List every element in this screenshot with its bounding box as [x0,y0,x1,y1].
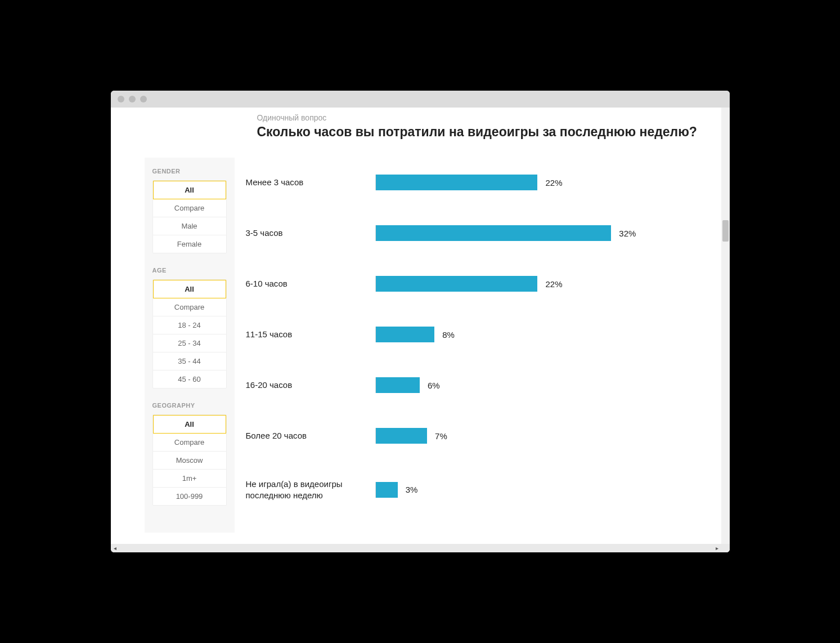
chart-bar-track: 32% [375,225,707,241]
question-title: Сколько часов вы потратили на видеоигры … [257,124,707,140]
filter-sidebar: GENDERAllCompareMaleFemaleAGEAllCompare1… [145,158,235,533]
chart-bar [376,175,538,190]
window-titlebar [111,91,730,108]
filter-item[interactable]: Moscow [153,452,226,470]
filter-item[interactable]: Compare [153,434,226,452]
chart-category-label: 16-20 часов [246,379,375,391]
filter-group-label: GEOGRAPHY [152,402,227,409]
chart-bar-track: 6% [375,377,707,393]
vertical-scrollbar-thumb[interactable] [722,220,729,242]
chart-value-label: 32% [619,229,636,238]
chart-value-label: 6% [428,381,440,390]
filter-item[interactable]: 25 - 34 [153,334,226,352]
chart-row: Более 20 часов7% [246,428,707,444]
filter-item[interactable]: All [152,279,227,299]
chart-bar [376,482,398,498]
filter-group: GEOGRAPHYAllCompareMoscow1m+100-999 [152,402,227,506]
chart-category-label: Менее 3 часов [246,177,375,188]
chart-bar-track: 3% [375,482,707,498]
filter-item[interactable]: Female [153,235,226,253]
window-minimize-icon[interactable] [129,96,136,102]
filter-item[interactable]: 100-999 [153,488,226,505]
window-zoom-icon[interactable] [140,96,147,102]
filter-item[interactable]: 45 - 60 [153,370,226,388]
filter-item[interactable]: All [152,414,227,434]
filter-list: AllCompareMaleFemale [152,180,227,253]
chart-bar [376,428,428,444]
chart-row: Менее 3 часов22% [246,175,707,190]
scroll-left-icon[interactable]: ◂ [111,544,119,552]
filter-item[interactable]: 35 - 44 [153,352,226,370]
chart-row: 6-10 часов22% [246,276,707,292]
filter-group: GENDERAllCompareMaleFemale [152,168,227,253]
filter-item[interactable]: Compare [153,199,226,217]
chart-row: 3-5 часов32% [246,225,707,241]
chart-bar-track: 22% [375,175,707,190]
filter-group-label: AGE [152,267,227,274]
chart-category-label: Более 20 часов [246,430,375,441]
chart-bar-track: 22% [375,276,707,292]
chart-bar-track: 8% [375,327,707,342]
bar-chart: Менее 3 часов22%3-5 часов32%6-10 часов22… [246,158,707,506]
scroll-right-icon[interactable]: ▸ [713,544,721,552]
chart-category-label: 3-5 часов [246,227,375,239]
filter-item[interactable]: 18 - 24 [153,316,226,334]
window-close-icon[interactable] [118,96,124,102]
filter-item[interactable]: Male [153,217,226,235]
chart-bar [376,276,538,292]
chart-category-label: 11-15 часов [246,329,375,340]
chart-value-label: 8% [442,330,455,340]
filter-list: AllCompare18 - 2425 - 3435 - 4445 - 60 [152,279,227,389]
chart-row: 16-20 часов6% [246,377,707,393]
chart-value-label: 3% [406,485,418,494]
chart-value-label: 22% [545,279,562,289]
question-type-label: Одиночный вопрос [257,113,707,122]
chart-value-label: 7% [435,431,447,441]
vertical-scrollbar[interactable] [721,108,730,544]
chart-bar [376,225,612,241]
filter-item[interactable]: All [152,180,227,200]
main-row: GENDERAllCompareMaleFemaleAGEAllCompare1… [145,158,707,533]
chart-category-label: Не играл(а) в видеоигры последнюю неделю [246,479,375,501]
chart-bar-track: 7% [375,428,707,444]
chart-category-label: 6-10 часов [246,278,375,289]
app-window: Одиночный вопрос Сколько часов вы потрат… [111,91,730,552]
horizontal-scrollbar[interactable]: ◂ ▸ [111,544,730,552]
chart-value-label: 22% [545,178,562,187]
filter-item[interactable]: 1m+ [153,470,226,488]
chart-bar [376,327,435,342]
filter-list: AllCompareMoscow1m+100-999 [152,414,227,506]
filter-group-label: GENDER [152,168,227,175]
window-content: Одиночный вопрос Сколько часов вы потрат… [111,108,730,552]
chart-row: 11-15 часов8% [246,327,707,342]
scroll-area[interactable]: Одиночный вопрос Сколько часов вы потрат… [111,108,730,552]
filter-group: AGEAllCompare18 - 2425 - 3435 - 4445 - 6… [152,267,227,389]
filter-item[interactable]: Compare [153,298,226,316]
chart-bar [376,377,420,393]
chart-row: Не играл(а) в видеоигры последнюю неделю… [246,479,707,501]
